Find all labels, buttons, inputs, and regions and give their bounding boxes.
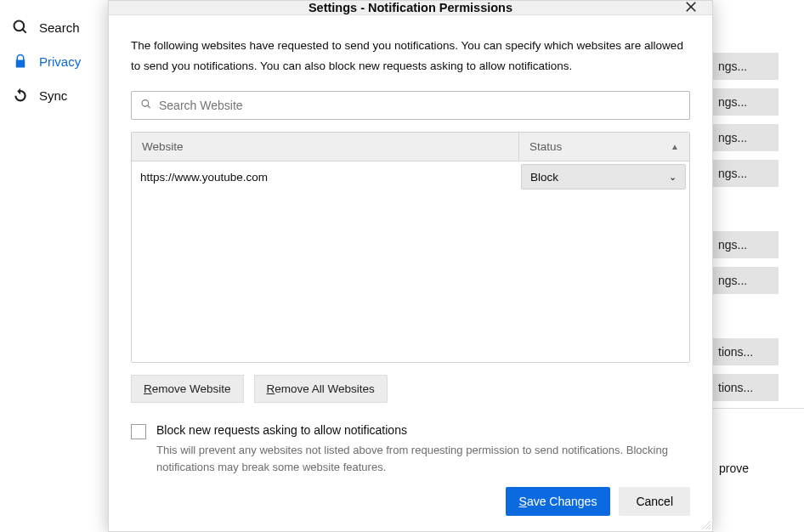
dialog-header: Settings - Notification Permissions (109, 1, 712, 15)
status-dropdown[interactable]: Block ⌄ (521, 164, 686, 190)
svg-line-8 (709, 528, 711, 529)
table-empty-area (132, 192, 689, 362)
search-website-wrap (131, 91, 690, 120)
table-header-row: Website Status ▲ (132, 133, 689, 161)
resize-handle-icon[interactable] (700, 519, 711, 529)
block-new-requests-section: Block new requests asking to allow notif… (131, 423, 690, 475)
remove-website-button[interactable]: Remove Website (131, 375, 244, 403)
remove-actions: Remove Website Remove All Websites (131, 375, 690, 403)
status-cell: Block ⌄ (519, 161, 689, 192)
remove-all-websites-button[interactable]: Remove All Websites (254, 375, 388, 403)
search-website-input[interactable] (131, 91, 690, 120)
notification-permissions-dialog: Settings - Notification Permissions The … (108, 0, 713, 532)
col-header-status[interactable]: Status ▲ (519, 133, 689, 161)
dialog-backdrop: Settings - Notification Permissions The … (0, 0, 804, 532)
dialog-footer: Save Changes Cancel (131, 487, 690, 519)
col-header-website[interactable]: Website (132, 133, 519, 161)
table-row[interactable]: https://www.youtube.com Block ⌄ (132, 161, 689, 192)
block-new-requests-label: Block new requests asking to allow notif… (156, 423, 690, 437)
close-button[interactable] (678, 0, 704, 20)
website-cell: https://www.youtube.com (132, 161, 519, 192)
block-new-requests-checkbox[interactable] (131, 424, 146, 439)
sort-ascending-icon: ▲ (671, 142, 679, 151)
close-icon (685, 0, 697, 17)
svg-point-4 (142, 100, 149, 107)
save-changes-button[interactable]: Save Changes (506, 487, 611, 516)
svg-line-5 (148, 106, 150, 109)
chevron-down-icon: ⌄ (669, 172, 677, 183)
intro-text: The following websites have requested to… (131, 36, 690, 76)
search-icon (140, 99, 152, 113)
cancel-button[interactable]: Cancel (619, 487, 690, 516)
block-new-requests-description: This will prevent any websites not liste… (156, 442, 690, 475)
dialog-body: The following websites have requested to… (109, 15, 712, 532)
dialog-title: Settings - Notification Permissions (309, 1, 512, 14)
permissions-table: Website Status ▲ https://www.youtube.com… (131, 132, 690, 363)
